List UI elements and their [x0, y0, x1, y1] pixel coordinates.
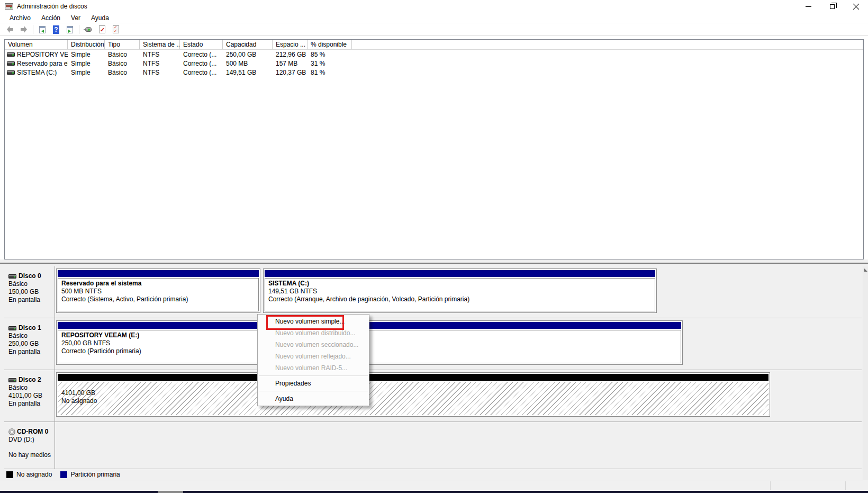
partition-name: SISTEMA (C:)	[268, 280, 652, 288]
cell-disponible: 81 %	[308, 69, 352, 76]
cell-distribucion: Simple	[68, 51, 105, 58]
commit-changes-button[interactable]	[96, 24, 108, 35]
checklist-button[interactable]	[110, 24, 122, 35]
table-row-repository-veeam[interactable]: REPOSITORY VEEA... Simple Básico NTFS Co…	[5, 50, 863, 59]
cell-tipo: Básico	[105, 51, 140, 58]
disk-info-disco0[interactable]: Disco 0 Básico 150,00 GB En pantalla	[4, 266, 55, 318]
partition-status: Correcto (Sistema, Activo, Partición pri…	[61, 295, 255, 303]
disk-info-disco2[interactable]: Disco 2 Básico 4101,00 GB En pantalla	[4, 370, 55, 422]
window-title: Administración de discos	[17, 3, 87, 10]
cell-disponible: 31 %	[308, 60, 352, 67]
column-header-distribucion[interactable]: Distribución	[68, 40, 105, 49]
action-pane-button[interactable]	[64, 24, 76, 35]
disk-size: 250,00 GB	[8, 340, 55, 348]
close-button[interactable]	[844, 0, 868, 13]
disk-size: 4101,00 GB	[8, 392, 55, 400]
checklist-icon	[113, 25, 119, 33]
disk-type: Básico	[8, 332, 55, 340]
partition-color-bar	[265, 270, 655, 277]
menu-accion[interactable]: Acción	[36, 14, 66, 22]
partition-name: REPOSITORY VEEAM (E:)	[61, 331, 677, 339]
disk-info-disco1[interactable]: Disco 1 Básico 250,00 GB En pantalla	[4, 318, 55, 370]
window-controls	[797, 0, 868, 13]
help-button[interactable]	[50, 24, 62, 35]
menubar: Archivo Acción Ver Ayuda	[0, 13, 868, 23]
legend-label: Partición primaria	[70, 471, 120, 478]
disk-status: No hay medios	[8, 451, 55, 459]
restore-icon	[830, 4, 835, 9]
disk-name: Disco 0	[19, 272, 41, 280]
cell-sistema: NTFS	[140, 60, 180, 67]
disk-size: 150,00 GB	[8, 288, 55, 296]
vertical-scrollbar[interactable]	[863, 266, 868, 480]
partition-color-bar	[58, 270, 259, 277]
help-icon	[53, 25, 59, 34]
rescan-disks-button[interactable]	[82, 24, 95, 35]
volume-list-header: Volumen Distribución Tipo Sistema de ...…	[5, 40, 863, 50]
column-header-capacidad[interactable]: Capacidad	[223, 40, 273, 49]
unallocated-size: 4101,00 GB	[61, 389, 765, 397]
back-arrow-icon	[7, 26, 13, 33]
cell-capacidad: 149,51 GB	[223, 69, 273, 76]
column-header-tipo[interactable]: Tipo	[105, 40, 140, 49]
partition-sistema-c[interactable]: SISTEMA (C:) 149,51 GB NTFS Correcto (Ar…	[263, 268, 657, 313]
pane-splitter[interactable]	[0, 259, 868, 264]
volume-icon	[7, 61, 15, 66]
volume-icon	[7, 52, 15, 57]
disk-graph-disco0: Reservado para el sistema 500 MB NTFS Co…	[55, 266, 862, 318]
disk-graph-cdrom0	[55, 422, 862, 469]
cell-capacidad: 500 MB	[223, 60, 273, 67]
cell-distribucion: Simple	[68, 69, 105, 76]
partition-size: 250,00 GB NTFS	[61, 339, 677, 347]
forward-button[interactable]	[17, 24, 30, 35]
menu-separator	[259, 391, 368, 391]
annotation-highlight-box	[266, 315, 344, 330]
column-header-sistema[interactable]: Sistema de ...	[140, 40, 180, 49]
disk-row-disco1: Disco 1 Básico 250,00 GB En pantalla REP…	[4, 318, 862, 370]
back-button[interactable]	[4, 24, 16, 35]
cell-disponible: 85 %	[308, 51, 352, 58]
menu-item-propiedades[interactable]: Propiedades	[258, 378, 369, 389]
disk-icon	[8, 378, 16, 382]
partition-repository-veeam[interactable]: REPOSITORY VEEAM (E:) 250,00 GB NTFS Cor…	[56, 320, 683, 365]
disk-row-disco0: Disco 0 Básico 150,00 GB En pantalla Res…	[4, 266, 862, 318]
column-header-estado[interactable]: Estado	[180, 40, 223, 49]
minimize-button[interactable]	[797, 0, 820, 13]
menu-separator	[259, 375, 368, 376]
legend-item-primary-partition: Partición primaria	[60, 471, 120, 478]
menu-ayuda[interactable]: Ayuda	[86, 14, 114, 22]
cell-volumen: SISTEMA (C:)	[17, 69, 57, 76]
disk-status: En pantalla	[8, 400, 55, 408]
cell-espacio: 120,37 GB	[273, 69, 308, 76]
console-tree-button[interactable]	[36, 24, 49, 35]
column-header-disponible[interactable]: % disponible	[308, 40, 352, 49]
column-header-volumen[interactable]: Volumen	[5, 40, 68, 49]
cell-espacio: 212,96 GB	[273, 51, 308, 58]
toolbar-separator	[79, 25, 79, 34]
taskbar-edge-segment	[158, 491, 183, 493]
column-header-espacio[interactable]: Espacio ...	[273, 40, 308, 49]
column-header-filler	[352, 40, 863, 49]
partition-reservado[interactable]: Reservado para el sistema 500 MB NTFS Co…	[56, 268, 260, 313]
cell-tipo: Básico	[105, 69, 140, 76]
forward-arrow-icon	[21, 26, 27, 33]
menu-archivo[interactable]: Archivo	[4, 14, 36, 22]
disk-name: Disco 1	[19, 324, 41, 332]
volume-icon	[7, 70, 15, 75]
statusbar-separator	[770, 481, 771, 490]
cell-capacidad: 250,00 GB	[223, 51, 273, 58]
menu-ver[interactable]: Ver	[66, 14, 86, 22]
table-row-sistema[interactable]: SISTEMA (C:) Simple Básico NTFS Correcto…	[5, 68, 863, 77]
disk-info-cdrom0[interactable]: CD-ROM 0 DVD (D:) No hay medios	[4, 422, 55, 469]
toolbar-separator	[33, 25, 33, 34]
table-row-reservado[interactable]: Reservado para el ... Simple Básico NTFS…	[5, 59, 863, 68]
menu-item-nuevo-volumen-seccionado: Nuevo volumen seccionado...	[258, 339, 369, 351]
cell-volumen: Reservado para el ...	[17, 60, 68, 67]
unallocated-space[interactable]: 4101,00 GB No asignado	[56, 372, 770, 417]
legend-item-unallocated: No asignado	[6, 471, 52, 478]
legend-swatch-primary	[60, 471, 67, 478]
menu-item-ayuda-ctx[interactable]: Ayuda	[258, 393, 369, 405]
restore-button[interactable]	[820, 0, 844, 13]
unallocated-label: No asignado	[61, 397, 765, 405]
menu-item-nuevo-volumen-reflejado: Nuevo volumen reflejado...	[258, 351, 369, 362]
